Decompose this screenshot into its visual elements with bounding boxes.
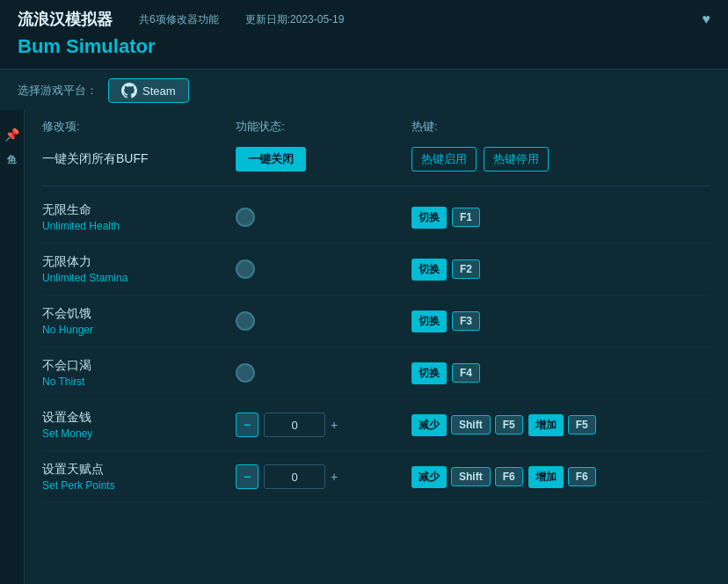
plus-label: + xyxy=(331,418,338,432)
content-area: 📌 角色 修改项: 功能状态: 热键: 一键关闭所有BUFF 一键关闭 热键启用… xyxy=(0,110,728,584)
platform-label: 选择游戏平台： xyxy=(18,83,98,99)
mod-info: 设置天赋点 Set Perk Points xyxy=(42,462,236,492)
master-hotkeys: 热键启用 热键停用 xyxy=(411,147,549,172)
toggle-switch[interactable] xyxy=(236,208,255,227)
fn-key-label: F2 xyxy=(452,259,480,279)
number-input[interactable] xyxy=(264,412,325,437)
hotkey-switch-button[interactable]: 切换 xyxy=(411,207,447,229)
platform-row: 选择游戏平台： Steam xyxy=(0,69,728,110)
increase-hotkey-group: 增加 F5 xyxy=(528,414,596,436)
col-mod-label: 修改项: xyxy=(42,119,236,135)
steam-button[interactable]: Steam xyxy=(108,78,189,103)
hotkey-disable-button[interactable]: 热键停用 xyxy=(484,147,549,172)
mod-hotkey-area: 减少 Shift F6 增加 F6 xyxy=(411,466,596,488)
pin-icon: 📌 xyxy=(4,128,19,142)
main-content: 修改项: 功能状态: 热键: 一键关闭所有BUFF 一键关闭 热键启用 热键停用… xyxy=(25,110,728,584)
num-input-row: − + xyxy=(236,464,338,489)
mod-hotkey-area: 减少 Shift F5 增加 F5 xyxy=(411,414,596,436)
toggle-switch[interactable] xyxy=(236,259,255,279)
mod-row: 不会口渴 No Thirst 切换 F4 xyxy=(42,347,710,399)
meta-mods: 共6项修改器功能 xyxy=(139,12,219,27)
hotkey-switch-button[interactable]: 切换 xyxy=(411,259,447,281)
mod-row: 无限生命 Unlimited Health 切换 F1 xyxy=(42,192,710,244)
mod-name-cn: 无限生命 xyxy=(42,202,236,218)
mod-toggle-area xyxy=(236,208,411,227)
fn-key-label: F1 xyxy=(452,208,480,227)
sidebar: 📌 角色 xyxy=(0,110,25,584)
mod-name-cn: 设置金钱 xyxy=(42,410,236,426)
reduce-button[interactable]: 减少 xyxy=(411,466,447,488)
master-row: 一键关闭所有BUFF 一键关闭 热键启用 热键停用 xyxy=(42,140,710,186)
hotkey-enable-button[interactable]: 热键启用 xyxy=(411,147,477,172)
shift-key-label: Shift xyxy=(451,467,491,486)
increase-button[interactable]: 增加 xyxy=(528,466,564,488)
col-hotkey-label: 热键: xyxy=(411,119,710,135)
mod-row: 设置金钱 Set Money − + 减少 Shift F5 增加 F5 xyxy=(42,399,710,451)
hotkey-switch-button[interactable]: 切换 xyxy=(411,310,447,332)
num-input-row: − + xyxy=(236,412,338,437)
mod-name-en: Set Money xyxy=(42,427,236,440)
mod-name-en: No Thirst xyxy=(42,376,236,388)
decrement-button[interactable]: − xyxy=(236,412,258,437)
decrement-button[interactable]: − xyxy=(236,464,258,489)
mod-name-en: Unlimited Health xyxy=(42,220,236,232)
plus-label: + xyxy=(331,470,338,484)
mod-name-en: Unlimited Stamina xyxy=(42,272,236,284)
mod-name-en: Set Perk Points xyxy=(42,479,236,492)
mod-info: 无限生命 Unlimited Health xyxy=(42,202,236,232)
favorite-icon[interactable]: ♥ xyxy=(703,11,711,27)
mod-name-cn: 无限体力 xyxy=(42,254,236,270)
reduce-fn-key-label: F6 xyxy=(495,467,523,486)
app-title-en: Bum Simulator xyxy=(18,30,710,62)
reduce-button[interactable]: 减少 xyxy=(411,414,447,436)
reduce-hotkey-group: 减少 Shift F5 xyxy=(411,414,523,436)
meta-date: 更新日期:2023-05-19 xyxy=(245,12,345,27)
number-input[interactable] xyxy=(264,464,325,489)
mod-hotkey-area: 切换 F2 xyxy=(411,259,480,281)
mod-toggle-area: − + xyxy=(236,464,411,489)
column-headers: 修改项: 功能状态: 热键: xyxy=(42,110,710,140)
increase-fn-key-label: F5 xyxy=(568,415,596,434)
mod-name-en: No Hunger xyxy=(42,324,236,336)
mod-hotkey-area: 切换 F1 xyxy=(411,207,480,229)
fn-key-label: F3 xyxy=(452,311,480,331)
mod-row: 不会饥饿 No Hunger 切换 F3 xyxy=(42,296,710,347)
mod-hotkey-area: 切换 F4 xyxy=(411,362,480,384)
hotkey-switch-button[interactable]: 切换 xyxy=(411,362,447,384)
increase-button[interactable]: 增加 xyxy=(528,414,564,436)
increase-hotkey-group: 增加 F6 xyxy=(528,466,596,488)
mod-info: 不会口渴 No Thirst xyxy=(42,358,236,388)
mod-name-cn: 不会口渴 xyxy=(42,358,236,374)
mod-row: 设置天赋点 Set Perk Points − + 减少 Shift F6 增加 xyxy=(42,451,710,503)
mod-list: 无限生命 Unlimited Health 切换 F1 无限体力 Unlimit… xyxy=(42,192,710,503)
shift-key-label: Shift xyxy=(451,415,491,434)
reduce-hotkey-group: 减少 Shift F6 xyxy=(411,466,523,488)
mod-row: 无限体力 Unlimited Stamina 切换 F2 xyxy=(42,244,710,296)
steam-label: Steam xyxy=(142,84,176,98)
master-toggle-button[interactable]: 一键关闭 xyxy=(236,147,306,172)
master-label: 一键关闭所有BUFF xyxy=(42,151,236,167)
mod-toggle-area xyxy=(236,311,411,331)
app-title-cn: 流浪汉模拟器 xyxy=(18,9,113,30)
mod-toggle-area: − + xyxy=(236,412,411,437)
header: 流浪汉模拟器 共6项修改器功能 更新日期:2023-05-19 ♥ Bum Si… xyxy=(0,0,728,69)
mod-name-cn: 不会饥饿 xyxy=(42,306,236,322)
fn-key-label: F4 xyxy=(452,363,480,383)
toggle-switch[interactable] xyxy=(236,363,255,383)
reduce-fn-key-label: F5 xyxy=(495,415,523,434)
mod-info: 不会饥饿 No Hunger xyxy=(42,306,236,336)
master-status: 一键关闭 xyxy=(236,147,411,172)
mod-toggle-area xyxy=(236,259,411,279)
increase-fn-key-label: F6 xyxy=(568,467,596,486)
mod-hotkey-area: 切换 F3 xyxy=(411,310,480,332)
steam-logo-icon xyxy=(121,83,137,99)
col-status-label: 功能状态: xyxy=(236,119,411,135)
mod-info: 设置金钱 Set Money xyxy=(42,410,236,440)
toggle-switch[interactable] xyxy=(236,311,255,331)
mod-name-cn: 设置天赋点 xyxy=(42,462,236,478)
header-meta: 共6项修改器功能 更新日期:2023-05-19 xyxy=(139,12,344,27)
mod-toggle-area xyxy=(236,363,411,383)
mod-info: 无限体力 Unlimited Stamina xyxy=(42,254,236,284)
